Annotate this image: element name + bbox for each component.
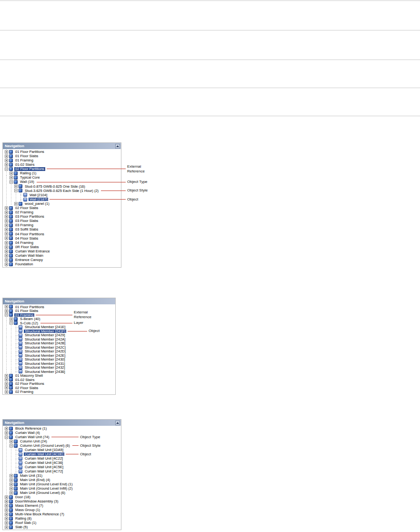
tree-item[interactable]: Main Unit (31): [4, 473, 121, 478]
expand-box-icon[interactable]: [5, 232, 8, 236]
expand-box-icon[interactable]: [5, 163, 8, 166]
tree-item[interactable]: Main Unit (Ground Level End) (1): [4, 482, 121, 486]
tree-item[interactable]: Structural Member [2432]: [4, 366, 115, 370]
expand-box-icon[interactable]: [10, 317, 13, 321]
expand-box-icon[interactable]: [10, 176, 13, 180]
collapse-box-icon[interactable]: [10, 321, 13, 325]
expand-box-icon[interactable]: [5, 159, 8, 162]
tree-item[interactable]: 04 Floor Partitions: [4, 232, 121, 236]
tree-item[interactable]: Structural Member [242D]: [4, 350, 115, 354]
tree-item[interactable]: Curtain Wall Unit [4C5E]: [4, 465, 121, 469]
expand-box-icon[interactable]: [5, 220, 8, 223]
expand-box-icon[interactable]: [5, 374, 8, 377]
expand-box-icon[interactable]: [5, 237, 8, 240]
expand-box-icon[interactable]: [5, 512, 8, 516]
expand-box-icon[interactable]: [5, 224, 8, 227]
tree-item[interactable]: 01 Floor Partitions: [4, 150, 121, 154]
tree-item[interactable]: 02 Floor Partitions: [4, 382, 115, 386]
tree-item[interactable]: 0R Floor Slabs: [4, 245, 121, 249]
tree-item[interactable]: Multi-View Block Reference (7): [4, 512, 121, 516]
panel-header[interactable]: Navigation: [3, 420, 121, 426]
expand-box-icon[interactable]: [5, 215, 8, 218]
expand-box-icon[interactable]: [5, 525, 8, 529]
expand-box-icon[interactable]: [5, 431, 8, 434]
tree-item[interactable]: Wall (19): [4, 180, 121, 184]
tree-item[interactable]: Typical Core: [4, 176, 121, 180]
expand-box-icon[interactable]: [14, 202, 18, 205]
tree-item[interactable]: 02 Framing: [4, 210, 121, 214]
collapse-panel-button[interactable]: [115, 421, 120, 425]
tree-item[interactable]: Structural Member [241E]: [4, 325, 115, 330]
tree-item[interactable]: Curtain Wall Unit [4C0E]: [4, 452, 121, 456]
tree-item[interactable]: Railing (8): [4, 516, 121, 521]
tree-item[interactable]: Main Unit (Ground Level) (6): [4, 491, 121, 495]
expand-box-icon[interactable]: [5, 305, 8, 309]
tree-item[interactable]: 02 Framing: [4, 390, 115, 394]
collapse-box-icon[interactable]: [5, 313, 8, 317]
expand-box-icon[interactable]: [5, 228, 8, 231]
expand-box-icon[interactable]: [5, 500, 8, 503]
tree-item[interactable]: 03 Framing: [4, 223, 121, 228]
tree-item[interactable]: Wall [2187]: [4, 197, 121, 201]
tree-item[interactable]: Curtain Wall Unit [1DA5]: [4, 448, 121, 452]
tree-item[interactable]: Structural Member [2430]: [4, 358, 115, 362]
tree-item[interactable]: Structural Member [242B]: [4, 341, 115, 346]
tree-item[interactable]: Curtain Wall Unit (74): [4, 435, 121, 439]
tree-item[interactable]: Curtain Wall Entrance: [4, 249, 121, 253]
expand-box-icon[interactable]: [10, 474, 13, 477]
tree-item[interactable]: 02 Floor Slabs: [4, 206, 121, 210]
expand-box-icon[interactable]: [10, 478, 13, 482]
panel-header[interactable]: Navigation: [3, 143, 121, 149]
tree-item[interactable]: Column Unit (24): [4, 439, 121, 443]
tree-item[interactable]: wood_panel (1): [4, 201, 121, 206]
tree-item[interactable]: 03 Soffit Slabs: [4, 228, 121, 232]
expand-box-icon[interactable]: [10, 172, 13, 175]
expand-box-icon[interactable]: [5, 258, 8, 261]
expand-box-icon[interactable]: [5, 211, 8, 214]
tree-item[interactable]: 01 Floor Slabs: [4, 309, 115, 313]
tree-item[interactable]: Block Reference (1): [4, 426, 121, 431]
tree-item[interactable]: 01-02 Stairs: [4, 162, 121, 167]
tree-item[interactable]: Entrance Canopy: [4, 258, 121, 262]
tree-item[interactable]: Roof Slab (1): [4, 521, 121, 525]
tree-item[interactable]: Door (18): [4, 495, 121, 499]
expand-box-icon[interactable]: [10, 491, 13, 494]
tree-item[interactable]: Main Unit (End) (4): [4, 478, 121, 482]
tree-item[interactable]: Curtain Wall (4): [4, 431, 121, 435]
expand-box-icon[interactable]: [5, 206, 8, 210]
panel-header[interactable]: Navigation: [3, 298, 115, 304]
tree-item[interactable]: 01 Floor Slabs: [4, 154, 121, 158]
tree-item[interactable]: Main Unit (Ground Level Infill) (2): [4, 486, 121, 491]
expand-box-icon[interactable]: [5, 309, 8, 312]
expand-box-icon[interactable]: [5, 241, 8, 244]
tree-item[interactable]: Stud-3.625 GWB-0.625 Each Side (1 Hour) …: [4, 189, 121, 193]
expand-box-icon[interactable]: [10, 440, 13, 443]
collapse-panel-button[interactable]: [115, 144, 120, 149]
collapse-box-icon[interactable]: [10, 444, 13, 447]
tree-item[interactable]: Curtain Wall Unit [4C72]: [4, 469, 121, 473]
expand-box-icon[interactable]: [10, 487, 13, 490]
expand-box-icon[interactable]: [5, 517, 8, 520]
expand-box-icon[interactable]: [5, 382, 8, 385]
tree-item[interactable]: Stud-0.875 GWB-0.625 One Side (16): [4, 184, 121, 189]
tree-item[interactable]: 04 Framing: [4, 241, 121, 245]
tree-item[interactable]: 02 Floor Partitions: [4, 167, 121, 171]
expand-box-icon[interactable]: [5, 508, 8, 512]
expand-box-icon[interactable]: [5, 378, 8, 381]
expand-box-icon[interactable]: [5, 521, 8, 524]
expand-box-icon[interactable]: [5, 254, 8, 257]
tree-item[interactable]: Railing (1): [4, 171, 121, 175]
collapse-box-icon[interactable]: [5, 435, 8, 439]
collapse-box-icon[interactable]: [5, 167, 8, 171]
tree-item[interactable]: 04 Floor Slabs: [4, 236, 121, 241]
tree-item[interactable]: Column Unit (Ground Level) (6): [4, 443, 121, 448]
tree-item[interactable]: Wall [2104]: [4, 193, 121, 197]
tree-item[interactable]: 03 Floor Slabs: [4, 219, 121, 223]
tree-item[interactable]: 01 Framing: [4, 158, 121, 162]
tree-item[interactable]: S-Beam (40): [4, 317, 115, 321]
expand-box-icon[interactable]: [5, 386, 8, 390]
collapse-box-icon[interactable]: [14, 189, 18, 192]
tree-item[interactable]: Structural Member [2429]: [4, 333, 115, 338]
tree-item[interactable]: 01 Masonry Shell: [4, 374, 115, 378]
tree-item[interactable]: Mass Group (1): [4, 508, 121, 512]
